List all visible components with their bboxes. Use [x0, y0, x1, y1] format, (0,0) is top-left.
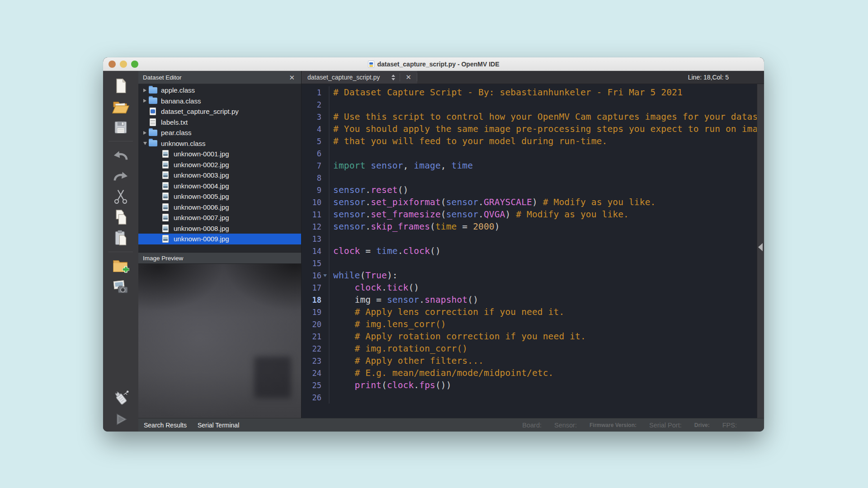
line-number: 6	[302, 149, 321, 158]
code-text: import sensor, image, time	[333, 160, 473, 171]
fold-gutter	[321, 135, 330, 147]
code-text: # Apply lens correction if you need it.	[333, 307, 564, 317]
tab-close-icon[interactable]: ✕	[400, 73, 417, 81]
new-dataset-folder-button[interactable]	[110, 256, 131, 275]
code-text: sensor.set_pixformat(sensor.GRAYSCALE) #…	[333, 197, 656, 207]
fold-gutter	[321, 257, 330, 269]
code-text: # Dataset Capture Script - By: sebastian…	[333, 87, 683, 98]
fold-gutter	[321, 99, 330, 111]
undo-button[interactable]	[110, 145, 131, 164]
tree-item-label: unknown-0004.jpg	[174, 182, 232, 190]
line-number: 23	[302, 357, 321, 366]
fold-gutter	[321, 196, 330, 208]
minimize-button[interactable]	[120, 61, 127, 68]
tree-item[interactable]: unknown-0003.jpg	[138, 170, 301, 181]
tree-item[interactable]: labels.txt	[138, 117, 301, 128]
image-file-icon	[161, 192, 170, 200]
tree-item[interactable]: dataset_capture_script.py	[138, 106, 301, 117]
image-preview	[138, 264, 301, 418]
disclosure-triangle-icon[interactable]	[141, 99, 149, 103]
code-line: 5# that you will feed to your model duri…	[302, 135, 757, 147]
connect-board-button[interactable]	[110, 389, 131, 408]
open-folder-icon	[112, 99, 130, 115]
image-file-icon	[161, 150, 170, 158]
tree-item[interactable]: unknown-0009.jpg	[138, 234, 301, 244]
code-text: sensor.skip_frames(time = 2000)	[333, 221, 500, 232]
tree-item-label: unknown-0008.jpg	[174, 225, 232, 232]
disclosure-triangle-icon[interactable]	[141, 89, 149, 92]
line-number: 12	[302, 222, 321, 231]
status-field: Serial Port:	[649, 422, 682, 429]
status-tab-search-results[interactable]: Search Results	[144, 422, 187, 429]
code-text: # Apply other filters...	[333, 356, 484, 366]
tree-item[interactable]: unknown.class	[138, 138, 301, 149]
fold-gutter	[321, 306, 330, 318]
copy-icon	[113, 209, 128, 226]
copy-button[interactable]	[110, 208, 131, 227]
redo-button[interactable]	[110, 166, 131, 185]
line-number: 9	[302, 186, 321, 195]
new-file-icon	[113, 77, 129, 94]
tree-item[interactable]: unknown-0007.jpg	[138, 212, 301, 223]
tab-dataset-capture-script[interactable]: dataset_capture_script.py ✕	[302, 71, 417, 84]
new-file-button[interactable]	[110, 76, 131, 95]
status-field: FPS:	[722, 422, 737, 429]
fold-gutter	[321, 86, 330, 99]
main-toolbar	[103, 71, 138, 432]
tree-item-label: unknown-0009.jpg	[174, 235, 232, 243]
code-text: # that you will feed to your model durin…	[333, 136, 607, 146]
disclosure-triangle-icon[interactable]	[141, 131, 149, 135]
line-number: 3	[302, 113, 321, 122]
fold-marker-icon[interactable]	[321, 269, 330, 282]
image-file-icon	[161, 203, 170, 211]
panel-expander-arrow-icon[interactable]	[758, 243, 763, 251]
line-number: 1	[302, 88, 321, 97]
code-text: # E.g. mean/median/mode/midpoint/etc.	[333, 368, 554, 378]
title-bar[interactable]: dataset_capture_script.py - OpenMV IDE	[103, 57, 764, 71]
start-script-button[interactable]	[110, 410, 131, 429]
tree-item[interactable]: unknown-0005.jpg	[138, 191, 301, 202]
image-file-icon	[161, 182, 170, 190]
code-line: 23 # Apply other filters...	[302, 355, 757, 367]
dataset-editor-title: Dataset Editor	[143, 74, 287, 81]
zoom-button[interactable]	[131, 61, 138, 68]
tree-item[interactable]: unknown-0004.jpg	[138, 181, 301, 192]
disclosure-triangle-icon[interactable]	[141, 142, 149, 145]
tree-item-label: unknown-0001.jpg	[174, 150, 232, 158]
fold-gutter	[321, 294, 330, 306]
code-area[interactable]: 1# Dataset Capture Script - By: sebastia…	[302, 84, 757, 418]
traffic-lights	[108, 57, 138, 70]
dataset-editor-header: Dataset Editor ✕	[138, 71, 301, 84]
tree-item[interactable]: apple.class	[138, 85, 301, 96]
image-file-icon	[161, 171, 170, 179]
status-field: Sensor:	[554, 422, 577, 429]
tree-item[interactable]: unknown-0006.jpg	[138, 202, 301, 213]
text-file-icon	[149, 118, 158, 126]
line-number: 16	[302, 271, 321, 280]
cut-button[interactable]	[110, 187, 131, 206]
close-button[interactable]	[108, 61, 116, 68]
save-file-button[interactable]	[110, 118, 131, 137]
tree-item[interactable]: banana.class	[138, 96, 301, 107]
line-number: 2	[302, 100, 321, 109]
code-line: 19 # Apply lens correction if you need i…	[302, 306, 757, 318]
folder-plus-icon	[112, 257, 130, 274]
tree-item[interactable]: unknown-0001.jpg	[138, 149, 301, 160]
paste-button[interactable]	[110, 229, 131, 248]
code-text: print(clock.fps())	[333, 380, 452, 390]
scissors-icon	[113, 188, 128, 205]
status-tab-serial-terminal[interactable]: Serial Terminal	[198, 422, 239, 429]
python-file-icon	[368, 61, 374, 68]
open-file-button[interactable]	[110, 97, 131, 116]
paste-icon	[113, 230, 128, 247]
fold-gutter	[321, 123, 330, 135]
right-panel-strip	[757, 84, 764, 418]
tree-item[interactable]: unknown-0002.jpg	[138, 160, 301, 170]
tree-item[interactable]: unknown-0008.jpg	[138, 223, 301, 234]
capture-images-button[interactable]	[110, 277, 131, 296]
folder-icon	[149, 130, 158, 136]
dataset-editor-close-icon[interactable]: ✕	[287, 73, 297, 82]
fold-gutter	[321, 233, 330, 245]
tab-spinner-icon[interactable]	[387, 75, 400, 80]
tree-item[interactable]: pear.class	[138, 127, 301, 138]
